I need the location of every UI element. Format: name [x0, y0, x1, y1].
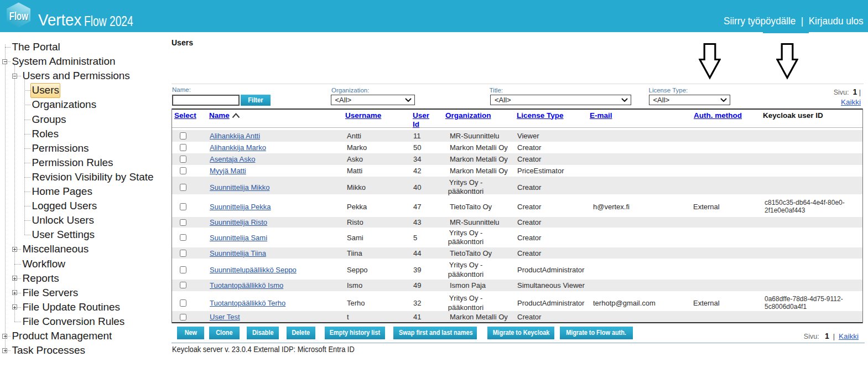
- svg-text:Flow: Flow: [9, 10, 28, 22]
